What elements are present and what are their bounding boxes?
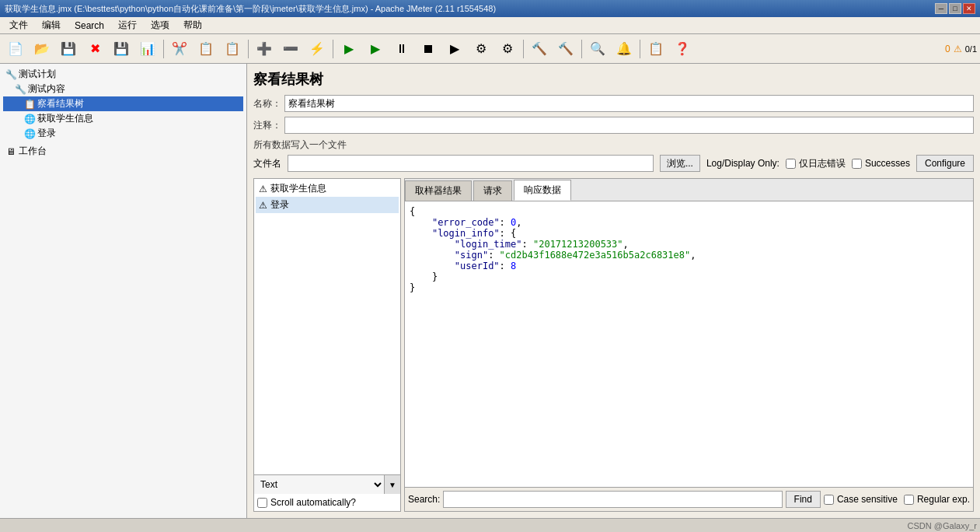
result-content: { "error_code": 0, "login_info": { "logi… [405, 201, 973, 487]
file-options-row: 文件名 浏览... Log/Display Only: 仅日志错误 Succes… [253, 155, 974, 172]
result-panel: 取样器结果 请求 响应数据 { "error_code": 0, "login_… [404, 178, 974, 512]
regexp-checkbox[interactable] [904, 495, 914, 505]
search-label: Search: [408, 494, 440, 505]
case-sensitive-group: Case sensitive [824, 494, 898, 505]
tb-collapse[interactable]: ➖ [278, 37, 303, 61]
comment-row: 注释： [253, 117, 974, 134]
log-display-label: Log/Display Only: [706, 158, 779, 169]
tb-start-remote[interactable]: ▶ [442, 37, 467, 61]
menu-options[interactable]: 选项 [145, 17, 176, 33]
tb-expand[interactable]: ➕ [252, 37, 277, 61]
tab-request[interactable]: 请求 [473, 180, 512, 201]
tb-pause[interactable]: ⏸ [389, 37, 414, 61]
tb-cut[interactable]: ✂️ [167, 37, 192, 61]
file-label: 文件名 [253, 157, 284, 170]
browse-button[interactable]: 浏览... [660, 155, 700, 172]
toolbar-separator-3 [333, 40, 333, 58]
tb-start-no-pause[interactable]: ▶ [363, 37, 388, 61]
comment-input[interactable] [284, 117, 974, 134]
configure-button[interactable]: Configure [916, 155, 974, 172]
successes-checkbox-group: Successes [852, 158, 910, 169]
close-button[interactable]: ✕ [963, 3, 975, 14]
tb-new[interactable]: 📄 [3, 37, 28, 61]
tb-hammer1[interactable]: 🔨 [527, 37, 552, 61]
section-label: 所有数据写入一个文件 [253, 138, 974, 152]
list-item-login[interactable]: ⚠ 登录 [256, 197, 399, 213]
tree-node-test-content[interactable]: 🔧 测试内容 [3, 82, 243, 96]
successes-checkbox[interactable] [852, 159, 862, 169]
toolbar: 📄 📂 💾 ✖ 💾 📊 ✂️ 📋 📋 ➕ ➖ ⚡ ▶ ▶ ⏸ ⏹ ▶ ⚙ ⚙ 🔨… [0, 34, 980, 64]
tb-stop[interactable]: ⏹ [416, 37, 441, 61]
tb-bell[interactable]: 🔔 [612, 37, 636, 61]
menu-file[interactable]: 文件 [3, 17, 34, 33]
format-select[interactable]: Text [254, 475, 385, 494]
tree-label-test-plan: 测试计划 [19, 68, 56, 81]
find-button[interactable]: Find [786, 491, 821, 508]
tb-cancel[interactable]: ✖ [82, 37, 107, 61]
tab-response-data[interactable]: 响应数据 [514, 180, 571, 201]
case-sensitive-label: Case sensitive [837, 494, 898, 505]
status-bar: CSDN @Galaxy_r [0, 518, 980, 532]
scroll-auto-label: Scroll automatically? [270, 497, 356, 508]
left-panel: 🔧 测试计划 🔧 测试内容 📋 察看结果树 🌐 获取学生信息 [0, 64, 247, 518]
panel-title: 察看结果树 [253, 70, 974, 89]
errors-label: 仅日志错误 [799, 157, 846, 170]
tb-gear1[interactable]: ⚙ [469, 37, 493, 61]
menu-search[interactable]: Search [68, 19, 110, 33]
tree-node-get-student[interactable]: 🌐 获取学生信息 [3, 111, 243, 126]
search-input[interactable] [443, 491, 782, 508]
tb-toggle[interactable]: ⚡ [305, 37, 330, 61]
json-line-3: "login_time": "20171213200533", [410, 239, 968, 250]
window-controls: ─ □ ✕ [935, 3, 975, 14]
menu-run[interactable]: 运行 [112, 17, 143, 33]
tb-help[interactable]: ❓ [670, 37, 695, 61]
json-line-4: "sign": "cd2b43f1688e472e3a516b5a2c6831e… [410, 250, 968, 261]
tab-sampler-result[interactable]: 取样器结果 [405, 180, 472, 201]
name-label: 名称： [253, 97, 284, 110]
tb-save2[interactable]: 💾 [109, 37, 134, 61]
tree-icon-get-student: 🌐 [23, 113, 36, 125]
successes-label: Successes [865, 158, 910, 169]
toolbar-separator-4 [523, 40, 524, 58]
tb-copy[interactable]: 📋 [194, 37, 218, 61]
menu-bar: 文件 编辑 Search 运行 选项 帮助 [0, 17, 980, 34]
tree-label-get-student: 获取学生信息 [37, 112, 93, 125]
list-icon-get-student: ⚠ [259, 184, 267, 194]
tb-open[interactable]: 📂 [30, 37, 54, 61]
tree-icon-view-results: 📋 [23, 98, 36, 110]
tree-icon-login: 🌐 [23, 128, 36, 140]
tree-node-workbench[interactable]: 🖥 工作台 [3, 144, 243, 159]
tb-save[interactable]: 💾 [56, 37, 81, 61]
tb-list[interactable]: 📋 [643, 37, 668, 61]
list-item-get-student[interactable]: ⚠ 获取学生信息 [256, 180, 399, 197]
minimize-button[interactable]: ─ [935, 3, 947, 14]
name-row: 名称： [253, 95, 974, 112]
tb-hammer2[interactable]: 🔨 [553, 37, 578, 61]
tb-search[interactable]: 🔍 [585, 37, 610, 61]
tree-node-login[interactable]: 🌐 登录 [3, 126, 243, 141]
tb-start[interactable]: ▶ [337, 37, 361, 61]
errors-checkbox[interactable] [786, 159, 796, 169]
case-sensitive-checkbox[interactable] [824, 495, 834, 505]
maximize-button[interactable]: □ [949, 3, 961, 14]
regexp-label: Regular exp. [917, 494, 970, 505]
tb-paste[interactable]: 📋 [220, 37, 245, 61]
tb-gear2[interactable]: ⚙ [495, 37, 520, 61]
tree-node-test-plan[interactable]: 🔧 测试计划 [3, 67, 243, 82]
dropdown-arrow[interactable]: ▼ [385, 475, 400, 494]
tb-report[interactable]: 📊 [135, 37, 160, 61]
tree-label-test-content: 测试内容 [28, 82, 65, 96]
search-row: Search: Find Case sensitive Regular exp. [405, 487, 973, 511]
json-line-0: { [410, 206, 968, 217]
file-path-input[interactable] [288, 155, 654, 172]
menu-help[interactable]: 帮助 [177, 17, 208, 33]
tree-node-view-results[interactable]: 📋 察看结果树 [3, 96, 243, 111]
scroll-auto-row: Scroll automatically? [254, 494, 400, 511]
toolbar-separator-6 [640, 40, 640, 58]
scroll-auto-checkbox[interactable] [257, 498, 267, 508]
menu-edit[interactable]: 编辑 [36, 17, 67, 33]
main-area: 🔧 测试计划 🔧 测试内容 📋 察看结果树 🌐 获取学生信息 [0, 64, 980, 518]
warning-count: 0 [945, 44, 950, 54]
name-input[interactable] [284, 95, 974, 112]
list-label-login: 登录 [270, 198, 289, 212]
